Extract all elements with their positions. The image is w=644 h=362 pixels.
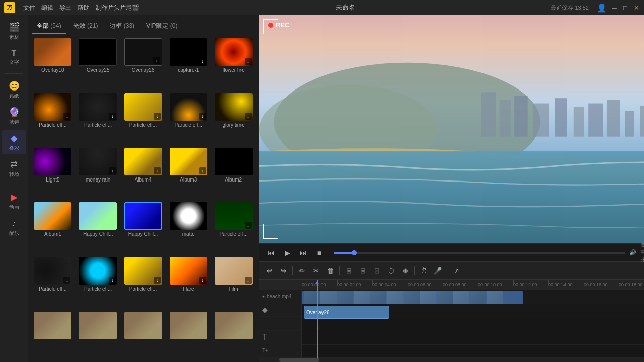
svg-rect-3 (481, 92, 496, 136)
asset-flowerfire[interactable]: ↓ flower fire (212, 38, 255, 90)
asset-overlay25[interactable]: ↓ Overlay25 (77, 38, 119, 90)
asset-thumb-particle7: ↓ (79, 257, 117, 285)
download-icon: ↓ (108, 57, 115, 64)
menu-credits[interactable]: 制作片头片尾🎬 (96, 4, 139, 12)
asset-light5[interactable]: ↓ Light5 (32, 148, 74, 200)
add-tool[interactable]: ⊞ (343, 264, 355, 277)
sidebar-divider-2 (5, 185, 23, 185)
asset-vid2[interactable] (77, 312, 119, 358)
download-icon-3: ↓ (199, 58, 206, 65)
asset-overlay26[interactable]: ↓ Overlay26 (122, 38, 165, 90)
asset-matte[interactable]: matte (167, 202, 209, 254)
ruler-tick-7: 00:00:14.00 (548, 280, 573, 290)
asset-thumb-particle2: ↓ (79, 93, 117, 121)
tab-border[interactable]: 边框 (33) (105, 19, 139, 34)
asset-particle3[interactable]: ↓ Particle eff... (122, 93, 165, 145)
menu-bar[interactable]: 文件 编辑 导出 帮助 制作片头片尾🎬 (23, 4, 139, 12)
user-icon[interactable]: 👤 (597, 3, 607, 13)
rewind-button[interactable]: ⏮ (265, 247, 277, 259)
grid-tool[interactable]: ⊡ (371, 264, 383, 277)
tab-vip[interactable]: VIP限定 (0) (141, 19, 182, 34)
asset-thumb-overlay26: ↓ (124, 38, 162, 66)
tab-all[interactable]: 全部 (54) (32, 19, 66, 34)
asset-album2[interactable]: ↓ Album2 (212, 148, 255, 200)
redo-button[interactable]: ↪ (277, 264, 289, 277)
asset-particle5[interactable]: ↓ Particle eff... (212, 202, 255, 254)
asset-vid3[interactable] (122, 312, 165, 358)
track-label-main: ▪ beach.mp4 (259, 290, 301, 303)
asset-happychill2[interactable]: Happy Chill... (122, 202, 165, 254)
split-tool[interactable]: ✂ (310, 264, 322, 277)
thumb-12 (487, 291, 503, 304)
tab-light[interactable]: 光效 (21) (68, 19, 103, 34)
clip-tool[interactable]: ⊕ (399, 264, 411, 277)
delete-tool[interactable]: 🗑 (324, 264, 336, 277)
timer-tool[interactable]: ⏱ (418, 264, 430, 277)
playhead-ruler: ▼ (317, 280, 318, 290)
asset-flare[interactable]: ↓ Flare (167, 257, 209, 309)
stop-button[interactable]: ■ (313, 247, 326, 259)
asset-particle7[interactable]: ↓ Particle eff... (77, 257, 119, 309)
thumb-8 (420, 291, 436, 304)
sidebar-item-配乐[interactable]: ♪ 配乐 (2, 215, 26, 239)
sidebar-item-贴纸[interactable]: 😊 贴纸 (2, 78, 26, 102)
sidebar-item-文字[interactable]: T 文字 (2, 45, 26, 69)
asset-particle4[interactable]: ↓ Particle eff... (167, 93, 209, 145)
volume-icon[interactable]: 🔊 (629, 249, 636, 256)
ruler-tick-4: 00:00:08.00 (443, 280, 467, 290)
track-row-empty1: + (302, 319, 644, 332)
sidebar-item-动画[interactable]: ▶ 动画 (2, 189, 26, 213)
horizontal-scrollbar[interactable] (259, 358, 644, 362)
menu-help[interactable]: 帮助 (77, 4, 90, 12)
download-icon-5: ↓ (63, 113, 70, 120)
asset-moneyrain[interactable]: ↓ money rain (77, 148, 119, 200)
asset-vid1[interactable] (32, 312, 74, 358)
track-label-empty3: T+ (259, 344, 301, 358)
audio-tool[interactable]: 🎤 (432, 264, 444, 277)
scroll-thumb[interactable] (279, 358, 319, 362)
win-minimize[interactable]: ─ (611, 4, 618, 11)
asset-thumb-particle5: ↓ (215, 202, 253, 230)
asset-capture1[interactable]: ↓ capture-1 (167, 38, 209, 90)
undo-button[interactable]: ↩ (263, 264, 275, 277)
win-close[interactable]: ✕ (633, 4, 640, 11)
add-track-icon[interactable]: T (262, 333, 267, 342)
sidebar-item-滤镜[interactable]: 🔮 滤镜 (2, 104, 26, 128)
menu-file[interactable]: 文件 (23, 4, 35, 12)
remove-tool[interactable]: ⊟ (357, 264, 369, 277)
asset-particle1[interactable]: ↓ Particle eff... (32, 93, 74, 145)
asset-film[interactable]: ↓ Film (212, 257, 255, 309)
asset-vid4[interactable] (167, 312, 209, 358)
timeline-ruler: 00:00:00.00 00:00:02.00 00:00:04.00 00:0… (259, 280, 644, 290)
overlay-track-icon: ◆ (262, 306, 268, 314)
asset-album1[interactable]: Album1 (32, 202, 74, 254)
asset-label-happychill1: Happy Chill... (83, 231, 113, 237)
menu-export[interactable]: 导出 (59, 4, 71, 12)
sidebar-item-素材[interactable]: 🎬 素材 (2, 19, 26, 43)
sidebar-item-叠彩[interactable]: ◆ 叠彩 (2, 130, 26, 154)
asset-album3[interactable]: ↓ Album3 (167, 148, 209, 200)
asset-vid5[interactable] (212, 312, 255, 358)
asset-happychill1[interactable]: Happy Chill... (77, 202, 119, 254)
asset-particle6[interactable]: ↓ Particle eff... (32, 257, 74, 309)
asset-particle2[interactable]: ↓ Particle eff... (77, 93, 119, 145)
cut-tool[interactable]: ✏ (296, 264, 308, 277)
clip-beach-mp4[interactable] (302, 291, 523, 304)
sidebar-item-转场[interactable]: ⇄ 转场 (2, 156, 26, 180)
menu-edit[interactable]: 编辑 (41, 4, 53, 12)
fast-forward-button[interactable]: ⏭ (297, 247, 309, 259)
asset-album4[interactable]: ↓ Album4 (122, 148, 165, 200)
asset-glorytime[interactable]: ↓ glory time (212, 93, 255, 145)
thumb-9 (437, 291, 453, 304)
thumb-5 (370, 291, 386, 304)
asset-overlay10[interactable]: Overlay10 (32, 38, 74, 90)
play-button[interactable]: ▶ (281, 247, 293, 259)
asset-label-particle2: Particle eff... (84, 122, 112, 128)
share-tool[interactable]: ↗ (450, 264, 462, 277)
asset-particle8[interactable]: ↓ Particle eff... (122, 257, 165, 309)
sticker-icon: 😊 (9, 80, 20, 92)
snap-tool[interactable]: ⬡ (385, 264, 397, 277)
download-icon-12: ↓ (154, 167, 161, 174)
win-maximize[interactable]: □ (622, 4, 629, 11)
progress-bar[interactable] (334, 252, 625, 254)
